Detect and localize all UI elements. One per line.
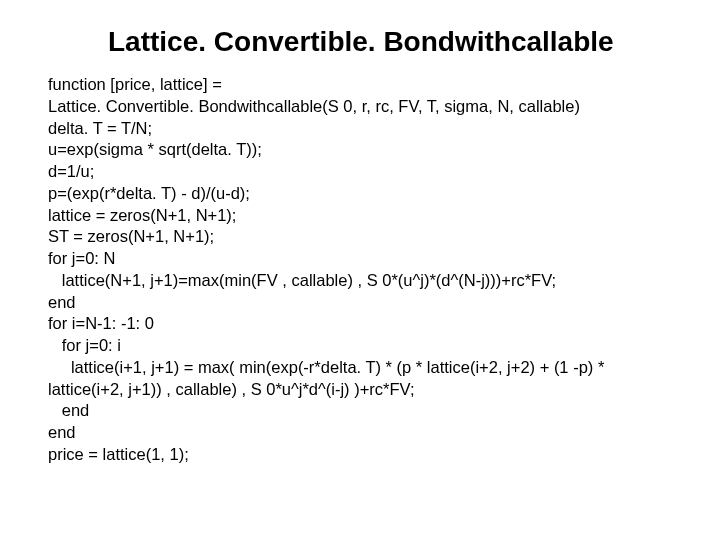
- code-block: function [price, lattice] =Lattice. Conv…: [48, 74, 672, 466]
- code-line: d=1/u;: [48, 161, 672, 183]
- code-line: for i=N-1: -1: 0: [48, 313, 672, 335]
- code-line: delta. T = T/N;: [48, 118, 672, 140]
- code-line: lattice(N+1, j+1)=max(min(FV , callable)…: [48, 270, 672, 292]
- code-line: u=exp(sigma * sqrt(delta. T));: [48, 139, 672, 161]
- code-line: lattice = zeros(N+1, N+1);: [48, 205, 672, 227]
- code-line: end: [48, 292, 672, 314]
- slide-title: Lattice. Convertible. Bondwithcallable: [108, 26, 672, 58]
- code-line: ST = zeros(N+1, N+1);: [48, 226, 672, 248]
- code-line: end: [48, 400, 672, 422]
- code-line: for j=0: i: [48, 335, 672, 357]
- code-line: p=(exp(r*delta. T) - d)/(u-d);: [48, 183, 672, 205]
- slide: Lattice. Convertible. Bondwithcallable f…: [0, 0, 720, 540]
- code-line: end: [48, 422, 672, 444]
- code-line: Lattice. Convertible. Bondwithcallable(S…: [48, 96, 672, 118]
- code-line: function [price, lattice] =: [48, 74, 672, 96]
- code-line: lattice(i+1, j+1) = max( min(exp(-r*delt…: [48, 357, 672, 401]
- code-line: price = lattice(1, 1);: [48, 444, 672, 466]
- code-line: for j=0: N: [48, 248, 672, 270]
